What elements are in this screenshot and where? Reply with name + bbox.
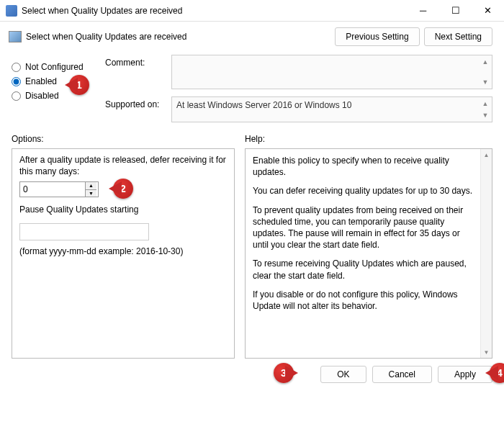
cancel-button[interactable]: Cancel	[372, 366, 432, 383]
help-scrollbar[interactable]: ▲ ▼	[480, 149, 492, 358]
help-label: Help:	[245, 134, 492, 144]
help-column: Help: Enable this policy to specify when…	[245, 134, 492, 359]
options-column: Options: After a quality update is relea…	[12, 134, 235, 359]
scroll-down-icon[interactable]: ▼	[480, 110, 490, 120]
comment-row: Comment: ▲ ▼	[105, 55, 492, 89]
next-setting-button[interactable]: Next Setting	[424, 27, 492, 46]
spinner-buttons: ▲ ▼	[85, 182, 96, 197]
spinner-up-icon[interactable]: ▲	[86, 182, 96, 190]
panels: Options: After a quality update is relea…	[0, 130, 504, 359]
scroll-down-icon[interactable]: ▼	[481, 346, 492, 358]
scroll-down-icon[interactable]: ▼	[480, 77, 490, 87]
help-p5: If you disable or do not configure this …	[253, 289, 476, 312]
callout-4: 4	[490, 363, 504, 383]
window-title: Select when Quality Updates are received	[22, 6, 407, 16]
help-p3: To prevent quality updates from being re…	[253, 204, 476, 251]
radio-not-configured-label: Not Configured	[25, 62, 84, 72]
callout-2: 2	[113, 179, 133, 199]
defer-days-row: ▲ ▼ 2	[19, 181, 227, 197]
supported-value: At least Windows Server 2016 or Windows …	[172, 97, 492, 113]
policy-icon	[9, 31, 22, 42]
radio-enabled-label: Enabled	[25, 76, 57, 86]
radio-enabled[interactable]: Enabled 1	[12, 76, 98, 86]
minimize-button[interactable]: ─	[407, 0, 439, 22]
close-button[interactable]: ✕	[472, 0, 504, 22]
callout-3: 3	[274, 363, 294, 383]
supported-label: Supported on:	[105, 96, 171, 109]
callout-1: 1	[69, 75, 89, 95]
defer-text: After a quality update is released, defe…	[19, 155, 227, 177]
titlebar: Select when Quality Updates are received…	[0, 0, 504, 22]
scroll-track[interactable]	[481, 161, 492, 346]
help-box: Enable this policy to specify when to re…	[245, 148, 492, 359]
comment-textbox[interactable]: ▲ ▼	[171, 55, 492, 89]
help-p4: To resume receiving Quality Updates whic…	[253, 258, 476, 281]
state-radios: Not Configured Enabled 1 Disabled	[12, 55, 98, 130]
comment-value	[172, 55, 492, 61]
defer-days-spinner[interactable]: ▲ ▼	[19, 181, 99, 197]
help-p2: You can defer receiving quality updates …	[253, 185, 476, 197]
header: Select when Quality Updates are received…	[0, 22, 504, 49]
help-p1: Enable this policy to specify when to re…	[253, 155, 476, 178]
supported-row: Supported on: At least Windows Server 20…	[105, 96, 492, 122]
pause-label: Pause Quality Updates starting	[19, 204, 227, 216]
previous-setting-button[interactable]: Previous Setting	[335, 27, 419, 46]
footer: 3 OK Cancel Apply 4	[0, 359, 504, 390]
options-label: Options:	[12, 134, 235, 144]
scroll-up-icon[interactable]: ▲	[481, 149, 492, 161]
config-section: Not Configured Enabled 1 Disabled Commen…	[0, 49, 504, 130]
options-box: After a quality update is released, defe…	[12, 148, 235, 359]
comment-label: Comment:	[105, 55, 171, 68]
format-hint: (format yyyy-mm-dd example: 2016-10-30)	[19, 246, 227, 258]
radio-not-configured-input[interactable]	[12, 63, 21, 72]
maximize-button[interactable]: ☐	[439, 0, 472, 22]
supported-textbox: At least Windows Server 2016 or Windows …	[171, 96, 492, 122]
pause-date-input[interactable]	[19, 223, 149, 240]
defer-days-input[interactable]	[20, 182, 85, 197]
app-icon	[6, 5, 17, 17]
nav-buttons: Previous Setting Next Setting	[335, 27, 492, 46]
radio-disabled-input[interactable]	[12, 91, 21, 101]
ok-button[interactable]: OK	[320, 366, 366, 383]
scroll-up-icon[interactable]: ▲	[480, 99, 490, 109]
radio-not-configured[interactable]: Not Configured	[12, 62, 98, 72]
spinner-down-icon[interactable]: ▼	[86, 190, 96, 197]
radio-disabled-label: Disabled	[25, 91, 59, 101]
window-controls: ─ ☐ ✕	[407, 0, 504, 22]
radio-enabled-input[interactable]	[12, 77, 21, 86]
meta-column: Comment: ▲ ▼ Supported on: At least Wind…	[105, 55, 492, 130]
scroll-up-icon[interactable]: ▲	[480, 57, 490, 67]
page-title: Select when Quality Updates are received	[26, 32, 335, 42]
